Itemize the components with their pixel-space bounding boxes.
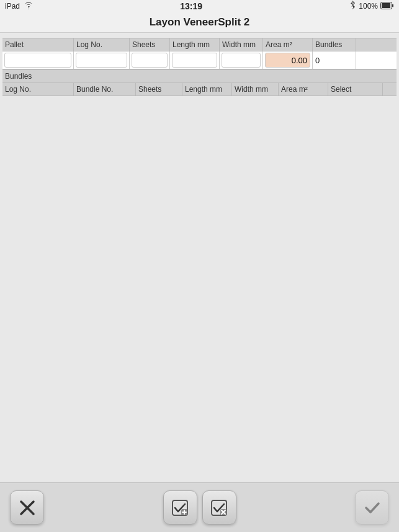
battery-label: 100% (359, 2, 378, 11)
area-input[interactable] (265, 53, 310, 68)
bottom-toolbar (0, 482, 399, 532)
confirm-select-button[interactable] (163, 490, 197, 525)
bundles-col-header-row: Log No. Bundle No. Sheets Length mm Widt… (2, 83, 397, 96)
sheets-input[interactable] (132, 53, 168, 68)
bundles-value-cell: 0 (313, 51, 356, 69)
cancel-select-button[interactable] (202, 490, 236, 525)
bundles-section-header: Bundles (2, 69, 397, 83)
wifi-icon (24, 2, 34, 11)
pallet-input-row: 0 (2, 51, 397, 69)
time-display: 13:19 (180, 1, 202, 11)
bundles-section-label: Bundles (5, 72, 32, 81)
title-bar: Layon VeneerSplit 2 (0, 12, 399, 33)
logno-input-cell (74, 51, 130, 69)
b-length-col-header: Length mm (182, 83, 232, 95)
width-input[interactable] (222, 53, 261, 68)
b-width-col-header: Width mm (232, 83, 279, 95)
app-title: Layon VeneerSplit 2 (150, 16, 250, 28)
b-area-col-header: Area m² (279, 83, 328, 95)
bundles-value: 0 (315, 56, 320, 65)
sheets-input-cell (130, 51, 170, 69)
status-right: 100% (349, 1, 394, 12)
device-label: iPad (5, 2, 20, 11)
pallet-header-row: Pallet Log No. Sheets Length mm Width mm… (2, 38, 397, 51)
b-logno-col-header: Log No. (2, 83, 74, 95)
width-col-header: Width mm (220, 38, 263, 51)
area-col-header: Area m² (263, 38, 313, 51)
b-select-col-header: Select (328, 83, 383, 95)
main-content: Pallet Log No. Sheets Length mm Width mm… (0, 33, 399, 101)
logno-input[interactable] (76, 53, 127, 68)
pallet-input-cell (2, 51, 74, 69)
toolbar-center (163, 490, 236, 525)
done-button[interactable] (355, 490, 389, 525)
b-sheets-col-header: Sheets (136, 83, 182, 95)
bluetooth-icon (349, 1, 356, 12)
b-bundleno-col-header: Bundle No. (74, 83, 136, 95)
width-input-cell (220, 51, 263, 69)
logno-col-header: Log No. (74, 38, 130, 51)
area-input-cell (263, 51, 313, 69)
length-input-cell (170, 51, 220, 69)
status-left: iPad (5, 2, 34, 11)
status-bar: iPad 13:19 100% (0, 0, 399, 12)
pallet-input[interactable] (4, 53, 71, 68)
done-button-wrapper (355, 490, 389, 525)
pallet-col-header: Pallet (2, 38, 74, 51)
length-col-header: Length mm (170, 38, 220, 51)
length-input[interactable] (172, 53, 217, 68)
sheets-col-header: Sheets (130, 38, 170, 51)
svg-rect-1 (382, 3, 390, 8)
svg-rect-2 (392, 4, 393, 7)
battery-icon (380, 2, 394, 11)
cancel-button[interactable] (10, 490, 44, 525)
bundles-col-header: Bundles (313, 38, 356, 51)
